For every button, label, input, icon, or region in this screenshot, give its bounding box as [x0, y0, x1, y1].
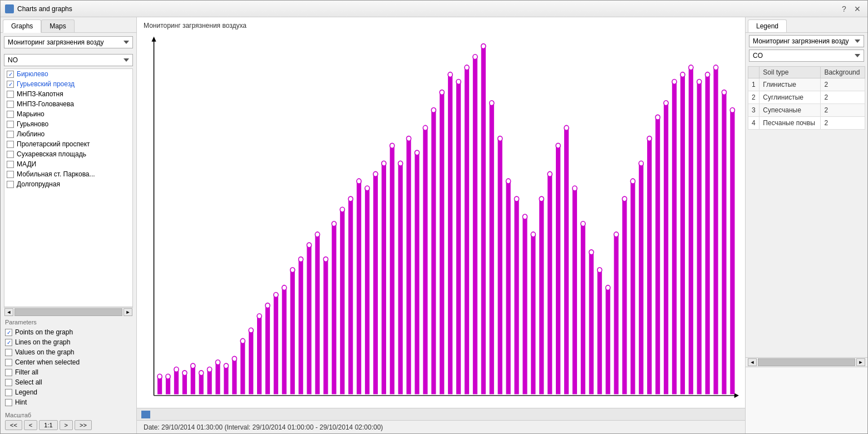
title-bar: Charts and graphs ? ✕ [1, 1, 867, 17]
param-item[interactable]: Hint [5, 397, 132, 407]
svg-point-81 [473, 55, 477, 60]
station-item[interactable]: Мобильная ст. Паркова... [4, 169, 132, 179]
tab-graphs[interactable]: Graphs [3, 19, 41, 33]
station-list[interactable]: ✓Бирюлево✓Гурьевский проездМНПЗ-КапотняМ… [4, 68, 133, 307]
scale-title: Масштаб [5, 412, 132, 418]
status-text: Date: 29/10/2014 01:30:00 (Interval: 29/… [144, 423, 383, 431]
legend-tab-row: Legend [746, 17, 867, 33]
center-panel: Мониторинг загрязнения воздуха [137, 17, 745, 433]
legend-scroll-left[interactable]: ◄ [748, 358, 757, 366]
svg-point-5 [157, 374, 162, 379]
svg-marker-2 [151, 37, 156, 42]
right-panel: Legend Мониторинг загрязнения возду CO [745, 17, 867, 433]
svg-point-21 [224, 363, 228, 368]
param-item[interactable]: Filter all [5, 367, 132, 377]
station-label: Пролетарский проспект [17, 140, 90, 148]
svg-point-109 [589, 250, 594, 255]
scale-button[interactable]: << [5, 420, 22, 430]
station-label: Марьино [17, 110, 45, 118]
station-item[interactable]: МАДИ [4, 159, 132, 169]
param-checkbox [5, 349, 12, 356]
scale-button[interactable]: < [24, 420, 37, 430]
scroll-right-arrow[interactable]: ► [124, 308, 132, 316]
svg-point-23 [232, 356, 236, 361]
scale-button[interactable]: >> [75, 420, 92, 430]
station-item[interactable]: Люблино [4, 129, 132, 139]
svg-point-73 [440, 90, 444, 95]
param-item[interactable]: Select all [5, 377, 132, 387]
svg-point-105 [573, 186, 577, 191]
station-item[interactable]: МНПЗ-Головачева [4, 99, 132, 109]
svg-point-141 [722, 90, 726, 95]
param-item[interactable]: ✓Points on the graph [5, 327, 132, 337]
svg-point-125 [655, 115, 660, 120]
station-item[interactable]: Гурьяново [4, 119, 132, 129]
row-soil-type: Супесчаные [760, 104, 821, 117]
station-label: Люблино [17, 130, 45, 138]
param-label: Filter all [15, 368, 38, 376]
param-label: Center when selected [15, 358, 80, 366]
svg-point-71 [431, 108, 436, 113]
param-item[interactable]: ✓Lines on the graph [5, 337, 132, 347]
station-item[interactable]: МНПЗ-Капотня [4, 89, 132, 99]
legend-scroll-right[interactable]: ► [856, 358, 865, 366]
tab-maps[interactable]: Maps [41, 19, 74, 32]
close-button[interactable]: ✕ [852, 3, 863, 14]
svg-point-43 [315, 232, 319, 237]
svg-point-127 [664, 101, 668, 106]
tabs-row: Graphs Maps [1, 17, 136, 33]
station-item[interactable]: Пролетарский проспект [4, 139, 132, 149]
svg-point-29 [257, 314, 262, 319]
svg-point-67 [415, 150, 419, 155]
station-checkbox [7, 151, 14, 158]
station-label: Долгопрудная [17, 180, 60, 188]
param-item[interactable]: Center when selected [5, 357, 132, 367]
svg-point-55 [365, 186, 369, 191]
legend-scrollbar: ◄ ► [746, 357, 867, 367]
main-window: Charts and graphs ? ✕ Graphs Maps Монито… [0, 0, 868, 434]
station-item[interactable]: ✓Бирюлево [4, 69, 132, 79]
scroll-left-arrow[interactable]: ◄ [4, 308, 13, 316]
param-item[interactable]: Legend [5, 387, 132, 397]
legend-dropdowns: Мониторинг загрязнения возду CO [746, 33, 867, 66]
title-controls: ? ✕ [839, 3, 863, 14]
station-checkbox [7, 171, 14, 178]
col-background: Background [821, 67, 865, 78]
legend-graph-dropdown[interactable]: Мониторинг загрязнения возду [749, 35, 864, 47]
svg-point-129 [672, 79, 677, 84]
legend-metric-dropdown[interactable]: CO [749, 50, 864, 62]
row-soil-type: Песчаные почвы [760, 117, 821, 130]
station-item[interactable]: ✓Гурьевский проезд [4, 79, 132, 89]
station-label: МНПЗ-Капотня [17, 90, 63, 98]
svg-point-69 [423, 125, 427, 130]
scale-buttons: <<<1:1>>> [5, 420, 132, 430]
help-button[interactable]: ? [839, 3, 850, 14]
param-checkbox [5, 359, 12, 366]
svg-point-35 [282, 285, 287, 290]
scroll-thumb[interactable] [14, 308, 122, 316]
param-label: Values on the graph [15, 348, 75, 356]
station-item[interactable]: Долгопрудная [4, 179, 132, 189]
table-row: 4Песчаные почвы2 [748, 117, 865, 130]
station-checkbox [7, 91, 14, 98]
legend-tab[interactable]: Legend [748, 19, 787, 32]
metric-dropdown[interactable]: NO [4, 54, 133, 66]
scale-button[interactable]: > [60, 420, 73, 430]
svg-point-25 [240, 338, 245, 343]
svg-point-87 [498, 136, 502, 141]
param-label: Select all [15, 378, 42, 386]
legend-scroll-thumb[interactable] [758, 358, 855, 366]
station-item[interactable]: Марьино [4, 109, 132, 119]
svg-point-117 [622, 196, 627, 201]
param-label: Points on the graph [15, 328, 73, 336]
svg-point-27 [249, 328, 253, 333]
scale-section: Масштаб <<<1:1>>> [1, 410, 136, 433]
svg-point-83 [481, 44, 486, 49]
svg-point-121 [639, 161, 643, 166]
station-label: Мобильная ст. Паркова... [17, 170, 95, 178]
graph-dropdown[interactable]: Мониторинг загрязнения возду [4, 36, 133, 48]
scale-button[interactable]: 1:1 [39, 420, 57, 430]
station-item[interactable]: Сухаревская площадь [4, 149, 132, 159]
svg-point-93 [522, 214, 527, 219]
param-item[interactable]: Values on the graph [5, 347, 132, 357]
